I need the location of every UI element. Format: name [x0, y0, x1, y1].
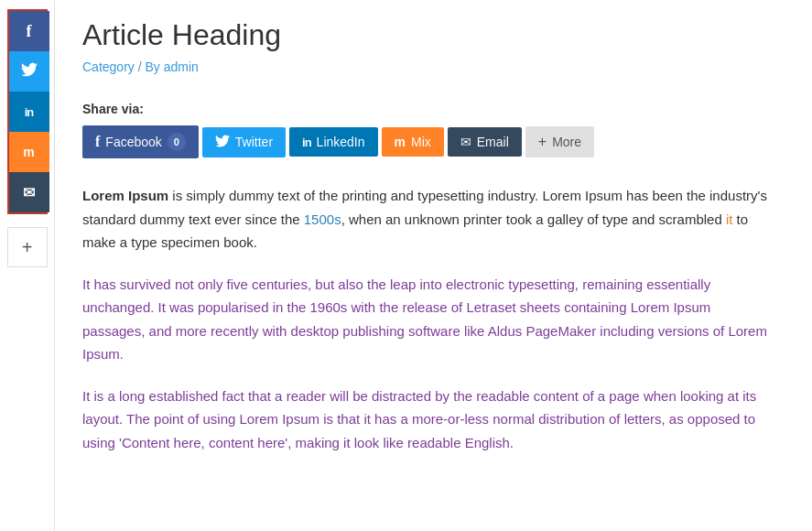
share-twitter-btn[interactable]: Twitter — [202, 127, 286, 157]
email-icon: ✉ — [23, 184, 35, 201]
highlight-it: it — [726, 211, 733, 227]
main-content: Article Heading Category / By admin Shar… — [55, 0, 812, 531]
lorem-ipsum-bold: Lorem Ipsum — [82, 188, 168, 203]
sidebar-linkedin-btn[interactable]: in — [9, 92, 49, 132]
share-mix-btn[interactable]: m Mix — [382, 127, 444, 157]
facebook-share-label: Facebook — [105, 135, 161, 149]
email-share-icon: ✉ — [460, 135, 471, 149]
sidebar-email-btn[interactable]: ✉ — [9, 172, 49, 212]
sidebar-add-btn[interactable]: + — [7, 227, 48, 267]
facebook-share-icon: f — [95, 134, 100, 150]
mix-share-label: Mix — [411, 135, 431, 149]
highlight-1500s: 1500s — [304, 211, 341, 227]
article-heading: Article Heading — [82, 18, 775, 52]
social-sidebar-widget: f in m ✉ — [7, 9, 48, 214]
twitter-share-icon — [215, 135, 230, 150]
left-sidebar: f in m ✉ + — [0, 0, 55, 531]
facebook-icon: f — [27, 22, 32, 41]
share-facebook-btn[interactable]: f Facebook 0 — [82, 125, 199, 158]
plus-icon: + — [22, 237, 33, 258]
article-meta: Category / By admin — [82, 60, 775, 74]
email-share-label: Email — [477, 135, 509, 149]
share-linkedin-btn[interactable]: in LinkedIn — [289, 127, 378, 157]
mix-share-icon: m — [395, 135, 406, 149]
article-paragraph-1: Lorem Ipsum is simply dummy text of the … — [82, 184, 775, 255]
twitter-share-label: Twitter — [235, 135, 273, 149]
sidebar-mix-btn[interactable]: m — [9, 132, 49, 172]
linkedin-share-label: LinkedIn — [317, 135, 365, 149]
linkedin-icon: in — [25, 105, 34, 119]
linkedin-share-icon: in — [302, 135, 311, 149]
facebook-count: 0 — [168, 133, 186, 151]
more-share-label: More — [552, 135, 581, 149]
share-more-btn[interactable]: + More — [525, 126, 594, 157]
share-email-btn[interactable]: ✉ Email — [448, 127, 522, 157]
sidebar-twitter-btn[interactable] — [9, 51, 49, 92]
share-buttons-bar: f Facebook 0 Twitter in LinkedIn m Mix ✉… — [82, 125, 775, 158]
article-paragraph-2: It has survived not only five centuries,… — [82, 273, 775, 366]
article-paragraph-3: It is a long established fact that a rea… — [82, 385, 775, 455]
more-share-icon: + — [538, 134, 547, 150]
mix-icon: m — [23, 145, 34, 159]
sidebar-facebook-btn[interactable]: f — [9, 11, 49, 51]
article-body: Lorem Ipsum is simply dummy text of the … — [82, 184, 775, 454]
twitter-icon — [21, 62, 38, 81]
share-label: Share via: — [82, 102, 775, 116]
